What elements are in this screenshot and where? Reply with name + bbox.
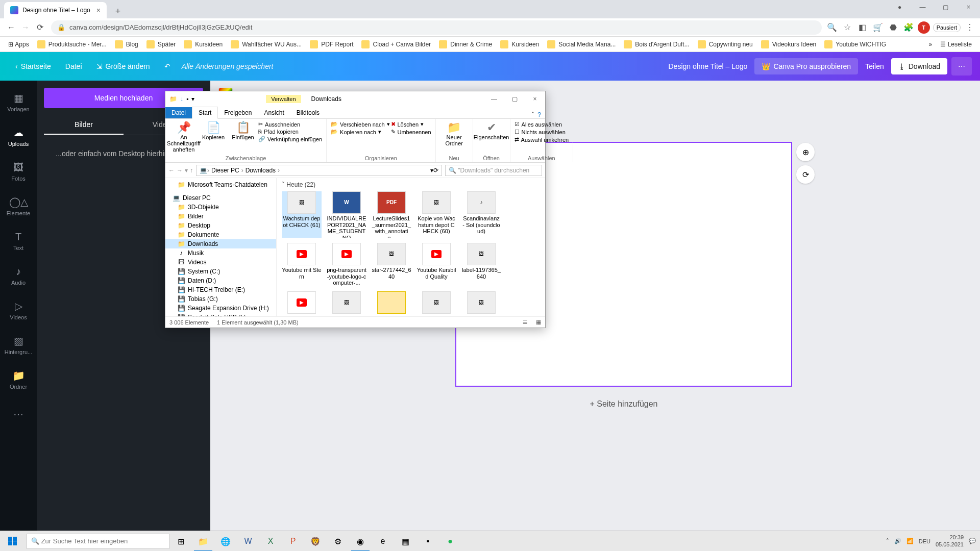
task-app1-icon[interactable]: ▦: [394, 531, 416, 551]
file-group-header[interactable]: ˅ Heute (22): [282, 181, 540, 188]
rail-photos[interactable]: 🖼Fotos: [0, 154, 37, 189]
bookmark-item[interactable]: Social Media Mana...: [543, 40, 620, 48]
rail-elements[interactable]: ◯△Elemente: [0, 189, 37, 223]
pin-button[interactable]: 📌An Schnellzugriff anheften: [169, 121, 198, 153]
rail-text[interactable]: TText: [0, 223, 37, 258]
file-item[interactable]: 🖼Wachstum depot CHECK (61): [282, 191, 322, 238]
help-ribbon-icon[interactable]: ?: [537, 111, 541, 118]
star-icon[interactable]: ☆: [841, 21, 853, 34]
ribbon-tab-ansicht[interactable]: Ansicht: [258, 107, 290, 118]
file-item[interactable]: 🖼star-2717442_640: [372, 243, 411, 286]
path-pc[interactable]: Dieser PC: [209, 167, 241, 174]
bookmark-item[interactable]: Blog: [111, 40, 142, 48]
design-title[interactable]: Design ohne Titel – Logo: [661, 52, 754, 81]
file-item[interactable]: WINDIVIDUALREPORT2021_NAME_STUDENTNO: [327, 191, 366, 238]
add-page-button[interactable]: + Seite hinzufügen: [455, 399, 792, 409]
context-tab[interactable]: Verwalten: [266, 95, 301, 103]
file-item[interactable]: 🖼1200x630wa: [416, 291, 456, 316]
ribbon-tab-bildtools[interactable]: Bildtools: [290, 107, 326, 118]
copy-button[interactable]: 📄Kopieren: [199, 121, 228, 153]
tree-item[interactable]: 💾Scarlett Solo USB (I:): [165, 313, 276, 316]
address-path[interactable]: 💻 › Dieser PC › Downloads › ▾ ⟳: [196, 165, 442, 176]
task-obs-icon[interactable]: ⚙: [327, 531, 349, 551]
bookmark-item[interactable]: Später: [142, 40, 180, 48]
tray-notifications-icon[interactable]: 💬: [969, 538, 976, 544]
dropdown-icon[interactable]: ▾: [191, 95, 194, 103]
dot-icon[interactable]: ●: [888, 0, 911, 14]
share-button[interactable]: Teilen: [858, 52, 891, 81]
file-item[interactable]: ♪Scandinavianz - Sol (soundcloud): [461, 191, 501, 238]
tree-item[interactable]: 🎞Videos: [165, 258, 276, 267]
properties-button[interactable]: ✔Eigenschaften: [477, 121, 506, 140]
ribbon-tab-start[interactable]: Start: [192, 107, 218, 119]
file-item[interactable]: ▶png-transparent-youtube-logo-computer-.…: [327, 243, 366, 286]
paste-link-button[interactable]: 🔗Verknüpfung einfügen: [258, 136, 322, 142]
close-icon[interactable]: ×: [957, 0, 980, 14]
rail-background[interactable]: ▨Hintergru...: [0, 328, 37, 362]
bookmark-item[interactable]: Kursideen: [496, 40, 543, 48]
zoom-icon[interactable]: 🔍: [826, 21, 838, 34]
view-details-icon[interactable]: ☰: [523, 319, 528, 325]
cut-button[interactable]: ✂Ausschneiden: [258, 121, 322, 128]
tray-clock[interactable]: 20:39 05.05.2021: [936, 534, 964, 547]
bookmark-item[interactable]: Produktsuche - Mer...: [33, 40, 111, 48]
new-folder-button[interactable]: 📁Neuer Ordner: [440, 121, 469, 146]
close-tab-icon[interactable]: ×: [96, 6, 101, 14]
file-item[interactable]: Kopie von Kopie von 1) Black Friday (1): [372, 291, 411, 316]
file-item[interactable]: 🖼Kopie von Wachstum depot CHECK (60): [416, 191, 456, 238]
ext1-icon[interactable]: ◧: [856, 21, 869, 34]
maximize-button[interactable]: ▢: [504, 91, 525, 107]
collapse-ribbon-icon[interactable]: ˄: [531, 111, 534, 118]
tree-item[interactable]: 📁3D-Objekte: [165, 203, 276, 212]
tree-item[interactable]: 💾HI-TECH Treiber (E:): [165, 285, 276, 294]
copy-path-button[interactable]: ⎘Pfad kopieren: [258, 129, 322, 135]
select-all-button[interactable]: ☑Alles auswählen: [514, 121, 569, 128]
tray-lang[interactable]: DEU: [919, 538, 930, 544]
maximize-icon[interactable]: ▢: [934, 0, 957, 14]
file-item[interactable]: ▶YouTube_icon_(2013-2017): [282, 291, 322, 316]
apps-button[interactable]: ⊞ Apps: [4, 41, 33, 48]
bookmark-item[interactable]: Copywriting neu: [694, 40, 757, 48]
rail-more[interactable]: ⋯: [0, 397, 37, 432]
file-item[interactable]: 🖼1200x630wa (2): [461, 291, 501, 316]
ribbon-tab-datei[interactable]: Datei: [165, 107, 192, 118]
tree-item[interactable]: 💾Daten (D:): [165, 276, 276, 285]
check-icon[interactable]: ▪: [186, 95, 188, 103]
back-home-button[interactable]: ‹ Startseite: [8, 52, 58, 81]
tray-chevron-icon[interactable]: ˄: [886, 538, 889, 544]
down-icon[interactable]: ↓: [180, 95, 183, 103]
nav-up-icon[interactable]: ↑: [190, 167, 193, 174]
more-button[interactable]: ⋯: [951, 57, 972, 76]
bookmark-item[interactable]: Dinner & Crime: [435, 40, 496, 48]
bookmark-item[interactable]: Bois d'Argent Duft...: [620, 40, 693, 48]
select-none-button[interactable]: ☐Nichts auswählen: [514, 129, 569, 135]
task-word-icon[interactable]: W: [237, 531, 259, 551]
try-pro-button[interactable]: 👑 Canva Pro ausprobieren: [754, 58, 858, 74]
tree-item[interactable]: 💾System (C:): [165, 267, 276, 276]
tree-teams[interactable]: 📁Microsoft Teams-Chatdateien: [165, 180, 276, 189]
file-item[interactable]: PDFLectureSlides1_summer2021_with_annota…: [372, 191, 411, 238]
menu-icon[interactable]: ⋮: [964, 21, 976, 34]
new-tab-button[interactable]: +: [111, 4, 125, 18]
rename-button[interactable]: ✎Umbenennen: [391, 129, 431, 135]
download-button[interactable]: ⭳ Download: [891, 58, 947, 74]
rail-uploads[interactable]: ☁Uploads: [0, 119, 37, 154]
reload-button[interactable]: ⟳: [33, 20, 47, 35]
tree-item[interactable]: 📁Dokumente: [165, 230, 276, 239]
rail-folders[interactable]: 📁Ordner: [0, 362, 37, 397]
tree-item[interactable]: 📁Downloads: [165, 239, 276, 248]
view-thumbs-icon[interactable]: ▦: [536, 319, 541, 325]
task-edge2-icon[interactable]: e: [372, 531, 394, 551]
minimize-button[interactable]: —: [484, 91, 504, 107]
undo-button[interactable]: ↶: [157, 52, 178, 81]
task-chrome-icon[interactable]: ◉: [349, 531, 372, 551]
ribbon-tab-freigeben[interactable]: Freigeben: [218, 107, 258, 118]
delete-button[interactable]: ✖Löschen ▾: [391, 121, 431, 128]
paused-badge[interactable]: Pausiert: [933, 23, 961, 32]
rail-audio[interactable]: ♪Audio: [0, 258, 37, 293]
file-item[interactable]: 🖼label-1197365_640: [461, 243, 501, 286]
bookmark-item[interactable]: Videokurs Ideen: [757, 40, 821, 48]
rail-templates[interactable]: ▦Vorlagen: [0, 85, 37, 119]
reading-list[interactable]: ☰ Leseliste: [936, 41, 976, 48]
minimize-icon[interactable]: —: [911, 0, 934, 14]
